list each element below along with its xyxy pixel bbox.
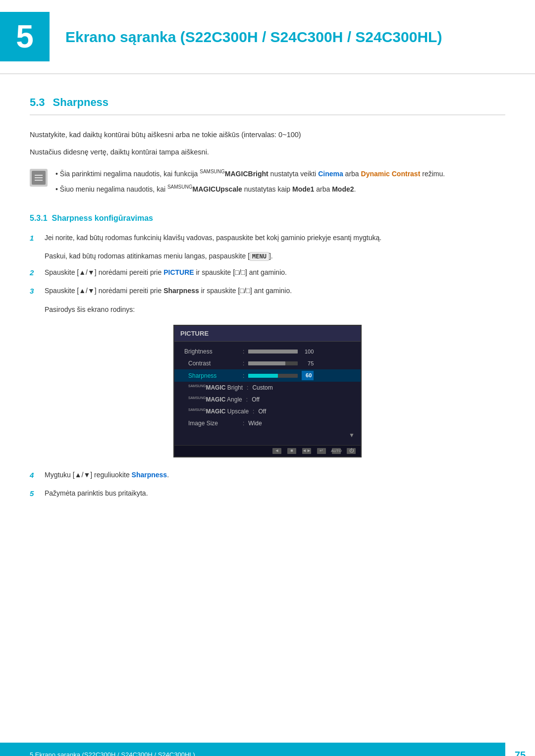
highlight-cinema: Cinema (318, 170, 343, 178)
body-paragraph-2: Nustačius didesnę vertę, daiktų kontūrai… (30, 147, 505, 158)
osd-label-magic-bright: SAMSUNGMAGIC Bright (184, 383, 243, 392)
step-item-4: 4 Mygtuku [▲/▼] reguliuokite Sharpness. (30, 469, 505, 481)
keyword-bright: Bright (248, 170, 268, 178)
step-number-2: 2 (30, 267, 39, 279)
osd-bar-fill-contrast (248, 361, 285, 365)
brand-samsung-2: SAMSUNG (167, 184, 193, 190)
step-item-2: 2 Spauskite [▲/▼] norėdami pereiti prie … (30, 267, 505, 279)
step-item-5: 5 Pažymėta parinktis bus pritaikyta. (30, 488, 505, 500)
osd-value-sharpness: 60 (302, 371, 314, 380)
subsection-heading: 5.3.1 Sharpness konfigūravimas (30, 212, 505, 224)
osd-auto-icon: AUTO (332, 448, 341, 454)
osd-bar-sharpness: 60 (248, 371, 355, 380)
osd-label-magic-angle: SAMSUNGMAGIC Angle (184, 395, 242, 404)
highlight-mode2: Mode2 (332, 185, 354, 193)
osd-row-brightness: Brightness : 100 (174, 346, 361, 357)
main-content: 5.3 Sharpness Nustatykite, kad daiktų ko… (0, 74, 535, 756)
step-number-4: 4 (30, 469, 39, 481)
osd-bar-track-sharpness (248, 374, 298, 378)
highlight-sharpness-step4: Sharpness (132, 471, 167, 479)
osd-label-sharpness: Sharpness (184, 371, 239, 380)
osd-back-icon: ◄ (272, 448, 281, 454)
footer-text: 5 Ekrano sąranka (S22C300H / S24C300H / … (30, 750, 195, 756)
osd-bar-fill-brightness (248, 350, 298, 353)
osd-btn-back: ◄ (272, 448, 281, 454)
osd-screenshot: PICTURE Brightness : 100 Contrast : (173, 325, 362, 457)
section-number: 5.3 (30, 94, 45, 110)
step-text-4: Mygtuku [▲/▼] reguliuokite Sharpness. (45, 469, 169, 480)
step-text-2: Spauskite [▲/▼] norėdami pereiti prie PI… (45, 267, 287, 278)
osd-bar-track-brightness (248, 350, 298, 353)
note-box: Šia parinktimi negalima naudotis, kai fu… (30, 168, 505, 198)
osd-bar-fill-sharpness (248, 374, 278, 378)
step-item-3: 3 Spauskite [▲/▼] norėdami pereiti prie … (30, 285, 505, 297)
note-bullet-1: Šia parinktimi negalima naudotis, kai fu… (55, 168, 505, 179)
step-number-3: 3 (30, 285, 39, 297)
osd-label-brightness: Brightness (184, 347, 239, 356)
highlight-mode1: Mode1 (292, 185, 314, 193)
note-bullets: Šia parinktimi negalima naudotis, kai fu… (55, 168, 505, 198)
step-text-1: Jei norite, kad būtų rodomas funkcinių k… (45, 234, 381, 242)
osd-btn-power: ⏻ (347, 448, 356, 454)
menu-key: MENU (250, 252, 269, 261)
osd-value-brightness: 100 (302, 348, 314, 356)
osd-label-contrast: Contrast (184, 359, 239, 368)
step-text-3: Spauskite [▲/▼] norėdami pereiti prie Sh… (45, 285, 292, 296)
chapter-number: 5 (0, 12, 50, 61)
osd-bar-brightness: 100 (248, 348, 355, 356)
note-bullet-2: Šiuo meniu negalima naudotis, kai SAMSUN… (55, 183, 505, 195)
steps-list-continued: 4 Mygtuku [▲/▼] reguliuokite Sharpness. … (30, 469, 505, 500)
osd-row-magic-angle: SAMSUNGMAGIC Angle : Off (174, 394, 361, 405)
page-footer: 5 Ekrano sąranka (S22C300H / S24C300H / … (0, 743, 535, 756)
osd-label-image-size: Image Size (184, 419, 239, 428)
note-icon (30, 169, 48, 187)
note-icon-inner (32, 171, 46, 185)
osd-btn-enter: ↵ (317, 448, 326, 454)
osd-val-image-size: Wide (248, 419, 262, 428)
chapter-header: 5 Ekrano sąranka (S22C300H / S24C300H / … (0, 0, 535, 74)
note-icon-line-2 (35, 177, 43, 178)
osd-body: Brightness : 100 Contrast : 75 (174, 342, 361, 445)
osd-down-arrow: ▼ (349, 431, 355, 440)
osd-bar-track-contrast (248, 361, 298, 365)
keyword-upscale: Upscale (215, 185, 242, 193)
chapter-title: Ekrano sąranka (S22C300H / S24C300H / S2… (65, 27, 442, 47)
step-3-subtext: Pasirodys šis ekrano rodinys: (45, 304, 505, 315)
osd-btn-auto: AUTO (332, 448, 341, 454)
osd-label-magic-upscale: SAMSUNGMAGIC Upscale (184, 407, 249, 416)
osd-bar-contrast: 75 (248, 359, 355, 368)
osd-title: PICTURE (174, 326, 361, 342)
osd-row-more: ▼ (174, 429, 361, 441)
step-number-5: 5 (30, 488, 39, 500)
body-paragraph-1: Nustatykite, kad daiktų kontūrai būtų ai… (30, 129, 505, 141)
highlight-picture: PICTURE (163, 268, 194, 276)
highlight-sharpness-step3: Sharpness (163, 287, 199, 295)
osd-row-sharpness: Sharpness : 60 (174, 369, 361, 382)
step-text-5: Pažymėta parinktis bus pritaikyta. (45, 488, 148, 499)
osd-enter-icon: ↵ (317, 448, 326, 454)
note-icon-lines (35, 175, 43, 181)
steps-list: 1 Jei norite, kad būtų rodomas funkcinių… (30, 232, 505, 315)
footer-page-number: 75 (505, 743, 535, 756)
note-icon-line-1 (35, 175, 43, 176)
osd-row-magic-upscale: SAMSUNGMAGIC Upscale : Off (174, 405, 361, 417)
step-number-1: 1 (30, 232, 39, 244)
osd-adjust-icon: ◄► (302, 448, 311, 454)
osd-btn-minus: ■ (287, 448, 296, 454)
osd-row-magic-bright: SAMSUNGMAGIC Bright : Custom (174, 382, 361, 394)
brand-magic-2: MAGIC (193, 185, 216, 193)
brand-samsung-1: SAMSUNG (200, 169, 225, 174)
osd-row-image-size: Image Size : Wide (174, 417, 361, 429)
osd-val-magic-upscale: Off (258, 407, 266, 416)
step-item-1: 1 Jei norite, kad būtų rodomas funkcinių… (30, 232, 505, 244)
step-1-subtext: Paskui, kad būtų rodomas atitinkamas men… (45, 251, 505, 261)
osd-row-contrast: Contrast : 75 (174, 357, 361, 369)
brand-magic-1: MAGIC (225, 170, 248, 178)
osd-footer: ◄ ■ ◄► ↵ AUTO ⏻ (174, 445, 361, 456)
osd-minus-icon: ■ (287, 448, 296, 454)
section-heading: 5.3 Sharpness (30, 94, 505, 115)
osd-val-magic-angle: Off (252, 395, 260, 404)
highlight-dynamic-contrast: Dynamic Contrast (361, 170, 421, 178)
note-icon-line-3 (35, 180, 43, 181)
section-title: Sharpness (53, 94, 109, 110)
